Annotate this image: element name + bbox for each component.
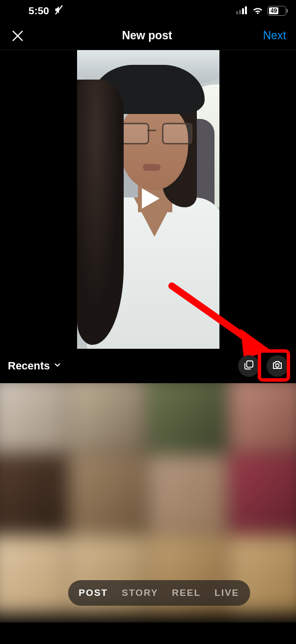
- battery-level: 49: [269, 7, 278, 14]
- mode-story[interactable]: STORY: [122, 588, 158, 598]
- album-label: Recents: [8, 360, 50, 372]
- gallery-thumb[interactable]: [68, 454, 147, 534]
- close-button[interactable]: [10, 28, 26, 44]
- play-icon[interactable]: [133, 183, 163, 216]
- svg-rect-2: [242, 8, 244, 14]
- wifi-icon: [252, 5, 264, 17]
- gallery-thumb[interactable]: [229, 454, 296, 534]
- svg-rect-5: [246, 361, 253, 367]
- gallery-grid[interactable]: POST STORY REEL LIVE: [0, 383, 296, 622]
- header: New post Next: [0, 22, 296, 50]
- gallery-thumb[interactable]: [68, 383, 147, 453]
- svg-rect-3: [245, 6, 247, 14]
- mode-reel[interactable]: REEL: [172, 588, 201, 598]
- cellular-icon: [236, 5, 248, 17]
- mode-post[interactable]: POST: [79, 588, 108, 598]
- next-button[interactable]: Next: [259, 29, 286, 42]
- svg-rect-0: [236, 11, 238, 14]
- gallery-thumb[interactable]: [0, 383, 67, 453]
- media-preview[interactable]: [0, 50, 296, 349]
- page-title: New post: [35, 29, 259, 42]
- mode-live[interactable]: LIVE: [215, 588, 239, 598]
- gallery-thumb[interactable]: [229, 383, 296, 453]
- battery-icon: 49: [268, 6, 286, 16]
- status-bar: 5:50 49: [0, 0, 296, 22]
- multi-select-icon: [243, 360, 254, 372]
- gallery-thumb[interactable]: [0, 535, 67, 615]
- status-time: 5:50: [28, 5, 49, 17]
- chevron-down-icon: [53, 360, 62, 372]
- mode-selector[interactable]: POST STORY REEL LIVE: [68, 580, 250, 606]
- gallery-thumb[interactable]: [0, 454, 67, 534]
- svg-point-6: [276, 364, 279, 367]
- album-picker[interactable]: Recents: [8, 360, 62, 372]
- camera-button[interactable]: [267, 355, 288, 377]
- multi-select-button[interactable]: [238, 355, 260, 377]
- camera-icon: [271, 359, 283, 373]
- gallery-thumb[interactable]: [149, 454, 228, 534]
- gallery-toolbar: Recents: [0, 349, 296, 383]
- silent-icon: [54, 4, 65, 18]
- gallery-thumb[interactable]: [149, 383, 228, 453]
- svg-rect-1: [239, 10, 241, 14]
